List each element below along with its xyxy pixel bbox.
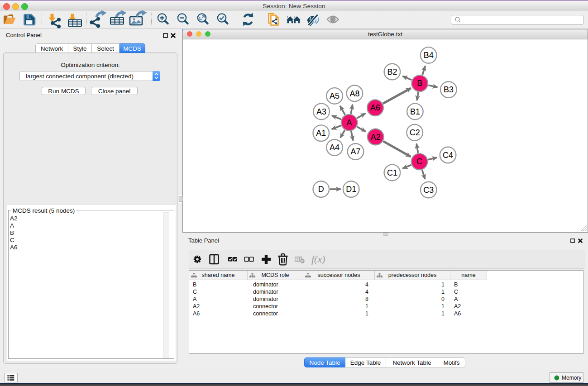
svg-text:A4: A4 — [330, 143, 339, 152]
svg-text:D: D — [318, 185, 324, 194]
svg-text:B3: B3 — [444, 85, 454, 94]
svg-text:B4: B4 — [424, 51, 434, 60]
svg-text:A7: A7 — [350, 147, 360, 156]
svg-text:A6: A6 — [370, 103, 380, 112]
svg-text:C1: C1 — [387, 168, 397, 177]
svg-text:A1: A1 — [316, 129, 326, 138]
svg-text:B2: B2 — [387, 67, 397, 76]
svg-text:A: A — [347, 118, 352, 127]
svg-text:C: C — [416, 157, 422, 166]
svg-text:C4: C4 — [443, 151, 453, 160]
svg-text:A3: A3 — [316, 107, 326, 116]
svg-text:B1: B1 — [410, 107, 420, 116]
svg-text:A2: A2 — [371, 133, 381, 142]
svg-text:B: B — [417, 79, 422, 88]
svg-text:A8: A8 — [349, 89, 359, 98]
svg-text:C2: C2 — [410, 128, 420, 137]
svg-text:D1: D1 — [346, 185, 356, 194]
svg-text:f(x): f(x) — [311, 253, 325, 265]
svg-text:C3: C3 — [423, 186, 434, 195]
svg-text:A5: A5 — [330, 91, 339, 100]
